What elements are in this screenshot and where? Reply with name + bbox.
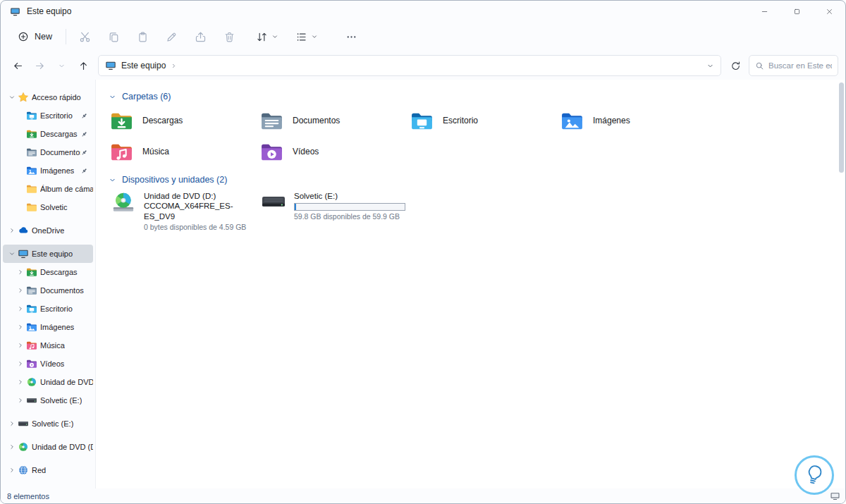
sidebar-item-descargas[interactable]: Descargas	[3, 125, 93, 143]
paste-button[interactable]	[130, 25, 155, 48]
maximize-button[interactable]	[780, 1, 813, 22]
drive-icon	[26, 395, 37, 406]
file-item-documentos[interactable]: Documentos	[259, 108, 409, 133]
search-box[interactable]	[749, 55, 838, 76]
chevron-right-icon[interactable]	[16, 378, 24, 386]
more-options-button[interactable]	[339, 25, 364, 48]
rename-icon	[166, 31, 178, 43]
recent-locations-button[interactable]	[51, 56, 72, 76]
cut-button[interactable]	[73, 25, 97, 48]
sidebar-item-documentos[interactable]: Documentos	[3, 143, 93, 161]
chevron-placeholder	[16, 203, 24, 211]
sidebar-item-onedrive[interactable]: OneDrive	[3, 221, 93, 240]
sidebar-item-videos[interactable]: Vídeos	[3, 355, 93, 373]
navigation-pane: Acceso rápidoEscritorioDescargasDocument…	[1, 80, 95, 488]
minimize-button[interactable]	[748, 1, 780, 22]
pin-icon	[80, 112, 88, 120]
address-bar[interactable]: Este equipo	[98, 55, 721, 76]
scrollbar[interactable]	[839, 82, 844, 486]
section-header[interactable]: Dispositivos y unidades (2)	[109, 173, 845, 187]
chevron-right-icon[interactable]	[8, 466, 16, 474]
refresh-button[interactable]	[725, 56, 746, 76]
scrollbar-thumb[interactable]	[839, 82, 844, 173]
monitor-icon	[830, 491, 840, 501]
sort-icon	[256, 31, 268, 43]
sidebar-item-label: Solvetic (E:)	[40, 396, 82, 405]
downloads-folder-icon	[26, 128, 37, 140]
chevron-right-icon[interactable]	[16, 305, 24, 313]
sidebar-item-solvetic-e[interactable]: Solvetic (E:)	[3, 391, 93, 410]
up-button[interactable]	[73, 56, 94, 76]
sidebar-item-documentos[interactable]: Documentos	[3, 281, 93, 300]
dvd-drive-icon	[110, 191, 137, 214]
file-item-descargas[interactable]: Descargas	[109, 108, 259, 133]
disk-usage-bar	[294, 203, 405, 211]
file-item-imagenes[interactable]: Imágenes	[559, 108, 709, 133]
items-count: 8 elementos	[7, 492, 49, 500]
chevron-right-icon[interactable]	[16, 396, 24, 405]
file-item-musica[interactable]: Música	[109, 139, 259, 164]
file-item-videos[interactable]: Vídeos	[259, 139, 409, 164]
arrow-up-icon	[78, 61, 89, 71]
chevron-placeholder	[16, 148, 24, 156]
view-button[interactable]	[290, 25, 324, 48]
search-input[interactable]	[768, 61, 832, 70]
back-button[interactable]	[8, 56, 28, 76]
file-item-name: Documentos	[293, 116, 340, 126]
chevron-down-icon[interactable]	[8, 250, 16, 258]
sidebar-item-album-de-camara[interactable]: Álbum de cámara	[3, 180, 93, 198]
file-item-name: Solvetic (E:)	[294, 191, 405, 201]
toolbar-actions	[73, 25, 242, 48]
computer-icon	[10, 6, 20, 17]
sidebar-item-escritorio[interactable]: Escritorio	[3, 106, 93, 125]
address-row: Este equipo	[1, 51, 845, 80]
rename-button[interactable]	[159, 25, 184, 48]
chevron-right-icon[interactable]	[8, 419, 16, 428]
chevron-right-icon[interactable]	[8, 226, 16, 235]
new-button[interactable]: New	[11, 27, 59, 47]
paste-icon	[137, 31, 149, 43]
chevron-right-icon[interactable]	[8, 443, 16, 451]
title-bar[interactable]: Este equipo	[1, 1, 845, 22]
file-item-escritorio[interactable]: Escritorio	[409, 108, 559, 133]
breadcrumb-item[interactable]: Este equipo	[121, 61, 166, 70]
sidebar-item-solvetic-e[interactable]: Solvetic (E:)	[3, 414, 93, 433]
delete-button[interactable]	[217, 25, 242, 48]
address-dropdown-button[interactable]	[706, 62, 714, 70]
chevron-right-icon[interactable]	[16, 323, 24, 331]
sidebar-item-imagenes[interactable]: Imágenes	[3, 318, 93, 336]
pictures-folder-icon	[26, 165, 37, 176]
sidebar-item-musica[interactable]: Música	[3, 336, 93, 355]
sidebar-item-descargas[interactable]: Descargas	[3, 263, 93, 281]
chevron-right-icon[interactable]	[16, 341, 24, 350]
sidebar-item-imagenes[interactable]: Imágenes	[3, 161, 93, 180]
close-button[interactable]	[813, 1, 845, 22]
sort-button[interactable]	[250, 25, 284, 48]
chevron-down-icon	[109, 176, 116, 184]
section-title: Carpetas (6)	[122, 92, 171, 102]
sidebar-item-escritorio[interactable]: Escritorio	[3, 300, 93, 318]
file-item-solvetic-e[interactable]: Solvetic (E:)59.8 GB disponibles de 59.9…	[259, 191, 409, 231]
network-icon	[18, 465, 29, 476]
sidebar-item-unidad-de-dvd-d[interactable]: Unidad de DVD (D:)	[3, 438, 93, 456]
chevron-down-icon[interactable]	[8, 93, 16, 102]
sidebar-item-este-equipo[interactable]: Este equipo	[3, 245, 93, 263]
file-item-name: Unidad de DVD (D:)	[144, 191, 259, 201]
chevron-right-icon[interactable]	[16, 268, 24, 276]
chevron-right-icon[interactable]	[16, 286, 24, 295]
copy-button[interactable]	[102, 25, 126, 48]
sidebar-item-unidad-de-dvd-d[interactable]: Unidad de DVD (D:	[3, 373, 93, 391]
pin-icon	[80, 130, 88, 138]
sidebar-item-label: Descargas	[40, 268, 78, 276]
chevron-right-icon[interactable]	[16, 359, 24, 368]
sidebar-item-solvetic[interactable]: Solvetic	[3, 198, 93, 216]
file-item-unidad-de-dvd-d[interactable]: Unidad de DVD (D:)CCCOMA_X64FRE_ES-ES_DV…	[109, 191, 259, 231]
downloads-folder-icon	[26, 266, 37, 278]
sidebar-item-red[interactable]: Red	[3, 461, 93, 479]
window-title: Este equipo	[27, 6, 71, 16]
section-header[interactable]: Carpetas (6)	[109, 90, 845, 104]
share-button[interactable]	[188, 25, 213, 48]
forward-button[interactable]	[30, 56, 50, 76]
sidebar-item-acceso-rapido[interactable]: Acceso rápido	[3, 88, 93, 106]
window-controls	[748, 1, 845, 22]
